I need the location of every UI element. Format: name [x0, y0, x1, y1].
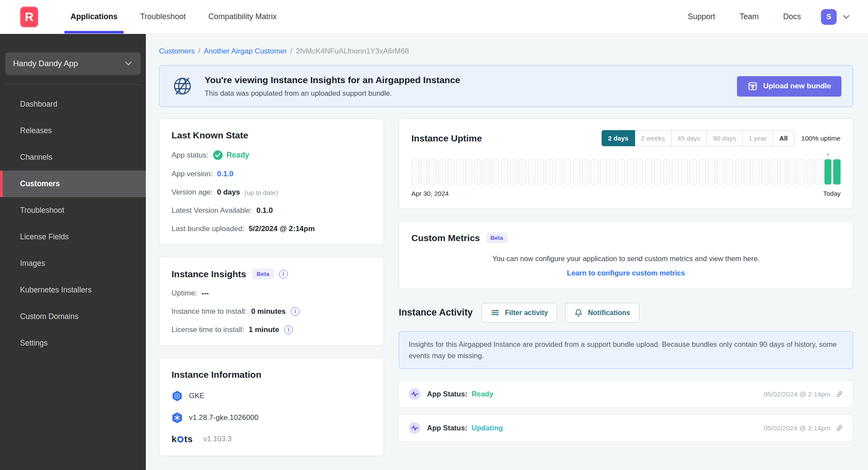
uptime-bar-up[interactable]	[824, 159, 832, 185]
sidebar-item-license-fields[interactable]: License Fields	[0, 224, 146, 250]
uptime-bar-empty[interactable]	[708, 159, 715, 185]
uptime-bar-empty[interactable]	[582, 159, 589, 185]
sidebar-item-kubernetes-installers[interactable]: Kubernetes Installers	[0, 277, 146, 303]
uptime-bar-empty[interactable]	[564, 159, 572, 185]
uptime-bar-empty[interactable]	[600, 159, 607, 185]
uptime-bar-empty[interactable]	[726, 159, 733, 185]
uptime-bar-empty[interactable]	[780, 159, 787, 185]
upload-new-bundle-button[interactable]: Upload new bundle	[737, 76, 841, 97]
nav-tab-troubleshoot[interactable]: Troubleshoot	[129, 0, 197, 34]
uptime-bar-empty[interactable]	[528, 159, 535, 185]
range-1-year[interactable]: 1 year	[742, 130, 774, 146]
app-selector-dropdown[interactable]: Handy Dandy App	[5, 52, 141, 75]
uptime-bar-empty[interactable]	[591, 159, 599, 185]
sidebar-item-channels[interactable]: Channels	[0, 144, 146, 171]
uptime-bar-empty[interactable]	[681, 159, 688, 185]
info-icon[interactable]: i	[291, 307, 299, 316]
sidebar-item-settings[interactable]: Settings	[0, 330, 146, 356]
configure-custom-metrics-link[interactable]: Learn to configure custom metrics	[411, 269, 841, 277]
uptime-bar-empty[interactable]	[744, 159, 751, 185]
sidebar-item-images[interactable]: Images	[0, 250, 146, 277]
sidebar-item-releases[interactable]: Releases	[0, 118, 146, 144]
uptime-bar-empty[interactable]	[501, 159, 508, 185]
kots-version-row: kts v1.103.3	[172, 434, 371, 444]
replicated-logo[interactable]: R	[20, 7, 38, 27]
notifications-button[interactable]: Notifications	[565, 303, 639, 322]
permalink-icon[interactable]	[836, 390, 843, 398]
sidebar-item-custom-domains[interactable]: Custom Domains	[0, 303, 146, 330]
uptime-bar-empty[interactable]	[555, 159, 562, 185]
info-icon[interactable]: i	[284, 326, 293, 334]
uptime-bar-empty[interactable]	[573, 159, 580, 185]
custom-metrics-card: Custom Metrics Beta You can now configur…	[399, 221, 853, 289]
activity-event-row[interactable]: App Status: Updating 05/02/2024 @ 2:14pm	[399, 414, 853, 442]
uptime-bar-empty[interactable]	[447, 159, 455, 185]
banner-text: You're viewing Instance Insights for an …	[205, 75, 460, 97]
nav-link-support[interactable]: Support	[676, 12, 727, 21]
uptime-bar-empty[interactable]	[618, 159, 625, 185]
info-icon[interactable]: i	[279, 270, 288, 279]
uptime-bar-empty[interactable]	[609, 159, 616, 185]
activity-event-row[interactable]: App Status: Ready 05/02/2024 @ 2:14pm	[399, 380, 853, 408]
uptime-bar-empty[interactable]	[546, 159, 553, 185]
uptime-bar-empty[interactable]	[492, 159, 500, 185]
uptime-bar-empty[interactable]	[465, 159, 473, 185]
instance-insights-card: Instance Insights Beta i Uptime: --- Ins…	[159, 257, 384, 346]
range-2-weeks[interactable]: 2 weeks	[635, 130, 672, 146]
bell-icon	[574, 309, 583, 317]
uptime-axis: Apr 30, 2024 Today	[411, 190, 841, 197]
filter-activity-button[interactable]: Filter activity	[481, 303, 557, 322]
uptime-bar-empty[interactable]	[663, 159, 670, 185]
uptime-bar-empty[interactable]	[537, 159, 545, 185]
avatar[interactable]: S	[821, 9, 837, 25]
nav-link-team[interactable]: Team	[727, 12, 771, 21]
uptime-bar-empty[interactable]	[770, 159, 778, 185]
uptime-bar-empty[interactable]	[519, 159, 527, 185]
range-2-days[interactable]: 2 days	[602, 130, 635, 146]
range-45-days[interactable]: 45 days	[671, 130, 707, 146]
uptime-bar-empty[interactable]	[483, 159, 491, 185]
uptime-bar-up[interactable]	[833, 159, 841, 185]
uptime-bar-empty[interactable]	[654, 159, 661, 185]
sidebar-item-customers[interactable]: Customers	[0, 171, 146, 197]
uptime-bar-empty[interactable]	[627, 159, 634, 185]
sidebar-item-troubleshoot[interactable]: Troubleshoot	[0, 197, 146, 224]
nav-link-docs[interactable]: Docs	[771, 12, 813, 21]
nav-tab-compatibility-matrix[interactable]: Compatibility Matrix	[197, 0, 288, 34]
uptime-bar-empty[interactable]	[735, 159, 742, 185]
uptime-bar-empty[interactable]	[761, 159, 769, 185]
uptime-bar-empty[interactable]	[753, 159, 760, 185]
breadcrumb-customer-name[interactable]: Another Airgap Customer	[204, 47, 287, 56]
uptime-bar-empty[interactable]	[797, 159, 805, 185]
beta-badge: Beta	[486, 232, 508, 243]
uptime-bar-empty[interactable]	[645, 159, 652, 185]
uptime-bar-empty[interactable]	[474, 159, 481, 185]
range-90-days[interactable]: 90 days	[707, 130, 743, 146]
uptime-bar-empty[interactable]	[672, 159, 679, 185]
uptime-bar-empty[interactable]	[815, 159, 823, 185]
nav-tab-applications[interactable]: Applications	[59, 0, 129, 34]
uptime-bar-empty[interactable]	[456, 159, 464, 185]
uptime-bar-empty[interactable]	[807, 159, 814, 185]
range-all[interactable]: All	[773, 130, 794, 146]
uptime-bar-empty[interactable]	[717, 159, 724, 185]
uptime-bar-empty[interactable]	[421, 159, 428, 185]
permalink-icon[interactable]	[836, 424, 843, 432]
activity-event-list: App Status: Ready 05/02/2024 @ 2:14pm	[399, 380, 853, 442]
uptime-bar-empty[interactable]	[429, 159, 437, 185]
custom-metrics-description: You can now configure your application t…	[411, 255, 841, 263]
breadcrumb-customers[interactable]: Customers	[159, 47, 195, 56]
uptime-bar-empty[interactable]	[690, 159, 697, 185]
uptime-bar-empty[interactable]	[438, 159, 446, 185]
app-version-link[interactable]: 0.1.0	[217, 170, 234, 178]
uptime-bar-empty[interactable]	[699, 159, 706, 185]
uptime-bar-empty[interactable]	[788, 159, 796, 185]
uptime-bar-empty[interactable]	[510, 159, 518, 185]
last-bundle-row: Last bundle uploaded: 5/2/2024 @ 2:14pm	[172, 225, 371, 233]
uptime-bar-empty[interactable]	[636, 159, 643, 185]
uptime-bar-empty[interactable]	[411, 159, 419, 185]
chevron-down-icon[interactable]	[842, 13, 851, 21]
event-timestamp: 05/02/2024 @ 2:14pm	[764, 390, 831, 398]
card-title: Last Known State	[172, 130, 371, 141]
sidebar-item-dashboard[interactable]: Dashboard	[0, 91, 146, 118]
